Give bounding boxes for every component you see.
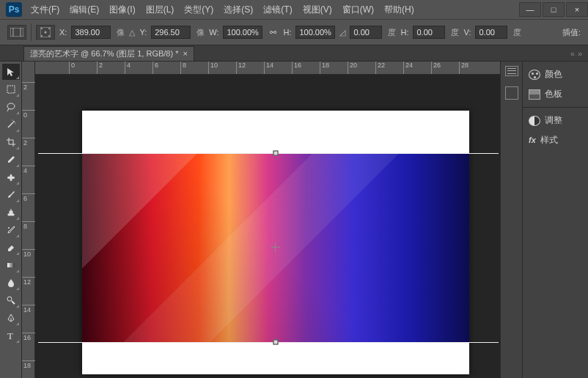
palette-icon xyxy=(529,70,540,80)
ruler-horizontal[interactable]: 0246810121416182022242628 xyxy=(22,62,500,75)
menu-edit[interactable]: 编辑(E) xyxy=(65,1,103,19)
swatches-panel-button[interactable]: 色板 xyxy=(523,84,588,104)
svg-text:T: T xyxy=(7,330,13,341)
transform-reference-point[interactable] xyxy=(271,243,280,252)
transform-handle-bottom[interactable] xyxy=(273,340,279,345)
y-field[interactable] xyxy=(151,26,191,39)
skew-h-field[interactable] xyxy=(413,26,445,39)
close-button[interactable]: × xyxy=(566,2,588,17)
menu-help[interactable]: 帮助(H) xyxy=(380,1,419,19)
ruler-vertical[interactable]: 2024681012141618 xyxy=(22,75,35,378)
ruler-tick: 12 xyxy=(236,62,246,74)
ruler-tick: 6 xyxy=(22,193,35,202)
svg-point-7 xyxy=(41,35,43,37)
skew-h-label: H: xyxy=(400,28,408,37)
document-tab[interactable]: 漂亮的艺术字 @ 66.7% (图层 1, RGB/8) * × xyxy=(23,46,194,61)
close-tab-icon[interactable]: × xyxy=(183,49,188,58)
ruler-tick: 2 xyxy=(97,62,103,74)
gradient-tool-icon[interactable] xyxy=(2,257,20,273)
svg-point-13 xyxy=(15,122,15,123)
tab-right-icon[interactable]: » xyxy=(578,49,582,58)
w-field[interactable] xyxy=(223,26,262,39)
collapsed-panel-bar xyxy=(500,62,522,378)
canvas-area[interactable] xyxy=(35,75,500,378)
minimize-button[interactable]: — xyxy=(519,2,541,17)
lasso-tool-icon[interactable] xyxy=(2,99,20,115)
transform-edge-top[interactable] xyxy=(38,153,499,154)
svg-point-11 xyxy=(13,121,15,122)
x-label: X: xyxy=(59,28,67,37)
tab-left-icon[interactable]: « xyxy=(570,49,575,58)
maximize-button[interactable]: □ xyxy=(543,2,565,17)
tab-arrows: « » xyxy=(570,49,582,58)
h-field[interactable] xyxy=(295,26,335,39)
link-icon[interactable]: ⚯ xyxy=(267,28,279,37)
panel-menu-icon[interactable] xyxy=(505,66,518,76)
canvas-document[interactable] xyxy=(82,111,469,374)
magic-wand-tool-icon[interactable] xyxy=(2,116,20,133)
ruler-tick: 8 xyxy=(180,62,186,74)
ruler-tick: 10 xyxy=(208,62,218,74)
menu-layer[interactable]: 图层(L) xyxy=(142,1,179,19)
marquee-tool-icon[interactable] xyxy=(2,81,20,97)
triangle-icon[interactable]: △ xyxy=(129,28,135,37)
transform-mode-icon[interactable] xyxy=(7,25,26,40)
ruler-tick: 22 xyxy=(375,62,385,74)
ruler-tick: 16 xyxy=(22,333,35,341)
color-panel-button[interactable]: 颜色 xyxy=(523,64,588,84)
swatch-icon xyxy=(529,89,540,100)
menu-select[interactable]: 选择(S) xyxy=(219,1,257,19)
blur-tool-icon[interactable] xyxy=(2,275,20,291)
adjust-icon xyxy=(529,116,540,126)
adjustments-panel-button[interactable]: 调整 xyxy=(523,111,588,130)
menu-type[interactable]: 类型(Y) xyxy=(180,1,218,19)
h-label: H: xyxy=(283,28,291,37)
ruler-tick: 6 xyxy=(152,62,158,74)
ruler-tick: 28 xyxy=(459,62,468,74)
ruler-tick: 14 xyxy=(22,305,35,314)
collapsed-panel-icon[interactable] xyxy=(505,86,518,100)
clone-stamp-tool-icon[interactable] xyxy=(2,204,20,220)
ruler-tick: 2 xyxy=(22,138,35,147)
dodge-tool-icon[interactable] xyxy=(2,292,20,308)
ruler-tick: 20 xyxy=(348,62,357,74)
type-tool-icon[interactable]: T xyxy=(2,327,20,344)
ruler-tick: 26 xyxy=(431,62,441,74)
menu-window[interactable]: 窗口(W) xyxy=(338,1,378,19)
menu-image[interactable]: 图像(I) xyxy=(105,1,139,19)
menu-view[interactable]: 视图(V) xyxy=(298,1,337,19)
ruler-tick: 10 xyxy=(22,249,35,258)
svg-point-6 xyxy=(48,28,50,29)
x-field[interactable] xyxy=(71,26,111,39)
y-label: Y: xyxy=(139,28,147,37)
x-unit: 像 xyxy=(117,27,125,38)
transform-edge-bottom[interactable] xyxy=(38,342,499,343)
pen-tool-icon[interactable] xyxy=(2,310,20,326)
ruler-tick: 16 xyxy=(292,62,301,74)
svg-point-4 xyxy=(45,32,47,34)
reference-point-icon[interactable] xyxy=(36,25,55,40)
eyedropper-tool-icon[interactable] xyxy=(2,152,20,168)
skew-v-field[interactable] xyxy=(475,26,507,39)
panel-column: 颜色 色板 调整 fx 样式 xyxy=(522,62,588,378)
svg-rect-0 xyxy=(10,28,23,37)
svg-point-16 xyxy=(8,227,10,229)
transform-handle-top[interactable] xyxy=(273,151,279,156)
styles-panel-button[interactable]: fx 样式 xyxy=(523,130,588,150)
history-brush-tool-icon[interactable] xyxy=(2,222,20,238)
crop-tool-icon[interactable] xyxy=(2,134,20,150)
menu-file[interactable]: 文件(F) xyxy=(26,1,64,19)
ruler-tick: 2 xyxy=(22,82,35,91)
angle-unit: 度 xyxy=(388,27,396,38)
angle-field[interactable] xyxy=(350,26,382,39)
skew-v-label: V: xyxy=(463,28,471,37)
brush-tool-icon[interactable] xyxy=(2,187,20,203)
title-bar: Ps 文件(F) 编辑(E) 图像(I) 图层(L) 类型(Y) 选择(S) 滤… xyxy=(0,0,588,19)
menu-filter[interactable]: 滤镜(T) xyxy=(259,1,296,19)
move-tool-icon[interactable] xyxy=(2,64,20,80)
ruler-tick: 24 xyxy=(403,62,413,74)
eraser-tool-icon[interactable] xyxy=(2,240,20,256)
ruler-tick: 0 xyxy=(69,62,75,74)
healing-brush-tool-icon[interactable] xyxy=(2,169,20,185)
workspace: T 0246810121416182022242628 202468101214… xyxy=(0,62,588,378)
